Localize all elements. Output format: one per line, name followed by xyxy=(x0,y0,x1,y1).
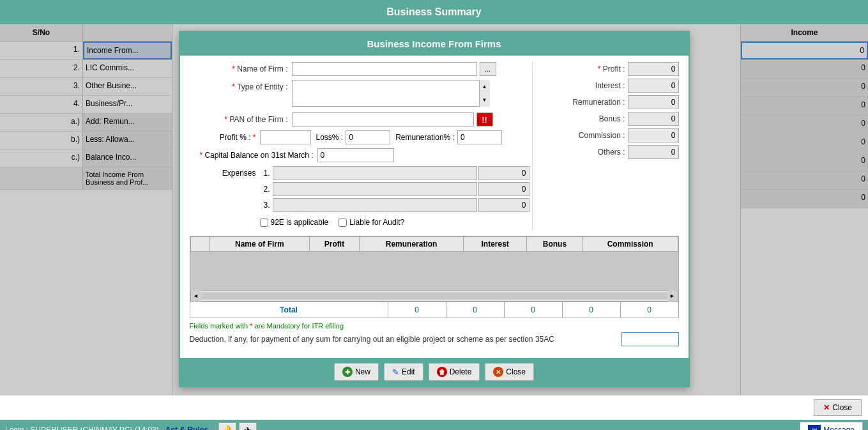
required-star: * xyxy=(232,82,237,91)
modal-header: Business Income From Firms xyxy=(180,32,689,56)
close-icon-main: ✕ xyxy=(823,403,830,412)
profit-field-label: * Profit : xyxy=(598,65,628,73)
total-profit: 0 xyxy=(388,302,446,318)
type-of-entity-label: * Type of Entity : xyxy=(190,80,292,91)
profit-pct-input[interactable] xyxy=(260,130,311,144)
expense-num: 3. xyxy=(260,201,273,210)
ellipsis-button[interactable]: ... xyxy=(480,62,496,76)
remuneration-pct-input[interactable] xyxy=(457,130,502,144)
expenses-section: Expenses 1. 2. xyxy=(190,166,529,214)
message-button[interactable]: ✉ Message xyxy=(800,422,863,430)
bottom-bar: ✕ Close xyxy=(0,395,868,420)
new-icon: ✚ xyxy=(342,367,353,377)
table-body-empty xyxy=(190,252,678,290)
status-icons: 🔔 ✈ xyxy=(218,422,257,430)
expense-text-1[interactable] xyxy=(273,166,477,180)
expense-val-2[interactable] xyxy=(478,182,529,196)
others-field-row: Others : xyxy=(539,145,679,159)
others-field-input[interactable] xyxy=(628,145,679,159)
scroll-right-button[interactable]: ► xyxy=(667,290,678,302)
modal-dialog: Business Income From Firms * Name of Fir… xyxy=(179,31,690,387)
name-of-firm-row: * Name of Firm : ... xyxy=(190,62,529,76)
remuneration-field-input[interactable] xyxy=(628,95,679,109)
delete-button[interactable]: 🗑 Delete xyxy=(429,363,480,381)
pan-row: * PAN of the Firm : ! xyxy=(190,112,529,127)
scroll-left-button[interactable]: ◄ xyxy=(191,290,201,302)
scroll-track xyxy=(201,292,667,300)
bonus-field-input[interactable] xyxy=(628,112,679,126)
total-remuneration: 0 xyxy=(446,302,505,318)
checkbox-92e-input[interactable] xyxy=(260,219,268,227)
required-star-note: * xyxy=(250,322,252,330)
col-commission: Commission xyxy=(582,237,678,252)
interest-field-input[interactable] xyxy=(628,79,679,93)
total-commission: 0 xyxy=(621,302,678,318)
capital-balance-input[interactable] xyxy=(317,148,394,162)
checkbox-audit-input[interactable] xyxy=(339,219,347,227)
message-icon: ✉ xyxy=(808,425,821,430)
table-header-row: Name of Firm Profit Remuneration Interes… xyxy=(190,237,678,252)
scroll-down-btn[interactable]: ▼ xyxy=(480,93,490,107)
col-bonus: Bonus xyxy=(526,237,582,252)
col-check xyxy=(190,237,209,252)
deduction-input[interactable] xyxy=(621,332,679,346)
scroll-up-btn[interactable]: ▲ xyxy=(480,80,490,93)
pan-input[interactable] xyxy=(292,112,474,127)
expense-row-3: 3. xyxy=(260,198,529,212)
col-profit: Profit xyxy=(310,237,359,252)
edit-icon: ✎ xyxy=(392,367,399,377)
loss-pct-input[interactable] xyxy=(346,130,390,144)
action-buttons: ✚ New ✎ Edit 🗑 Delete ✕ Close xyxy=(180,358,689,386)
app-title: Business Summary xyxy=(386,6,482,17)
left-form-section: * Name of Firm : ... * Type of Entity : xyxy=(190,62,529,231)
right-form-section: * Profit : Interest : Remuneration : xyxy=(532,62,679,231)
interest-field-label: Interest : xyxy=(595,81,628,90)
main-close-button[interactable]: ✕ Close xyxy=(814,399,862,416)
name-of-firm-input[interactable] xyxy=(292,62,477,76)
deduction-label: Deduction, if any, for payment of any su… xyxy=(190,335,621,344)
total-interest: 0 xyxy=(505,302,563,318)
checkbox-audit: Liable for Audit? xyxy=(339,218,404,227)
commission-field-row: Commission : xyxy=(539,128,679,142)
remuneration-pct-label: Remuneration% : xyxy=(395,133,457,142)
required-star: * xyxy=(253,133,256,142)
pan-validate-button[interactable]: ! xyxy=(476,112,493,127)
act-rules-link[interactable]: Act & Rules xyxy=(165,426,208,430)
bonus-field-row: Bonus : xyxy=(539,112,679,126)
new-button[interactable]: ✚ New xyxy=(334,363,379,381)
modal-title: Business Income From Firms xyxy=(367,38,501,49)
edit-button[interactable]: ✎ Edit xyxy=(384,363,423,381)
checkbox-row: 92E is applicable Liable for Audit? xyxy=(260,218,529,227)
expense-val-3[interactable] xyxy=(478,198,529,212)
expense-text-3[interactable] xyxy=(273,198,477,212)
profit-loss-row: Profit % : * Loss% : Remuneration% : xyxy=(190,130,529,144)
main-wrapper: S/No 1. Income From... 2. LIC Commis... … xyxy=(0,24,868,395)
expense-text-2[interactable] xyxy=(273,182,477,196)
commission-field-input[interactable] xyxy=(628,128,679,142)
total-bonus: 0 xyxy=(563,302,621,318)
col-interest: Interest xyxy=(464,237,526,252)
expense-num: 1. xyxy=(260,169,273,178)
close-button[interactable]: ✕ Close xyxy=(485,363,534,381)
delete-icon: 🗑 xyxy=(437,367,447,377)
type-of-entity-input[interactable] xyxy=(292,80,490,107)
remuneration-field-row: Remuneration : xyxy=(539,95,679,109)
scroll-arrows: ▲ ▼ xyxy=(479,80,490,107)
modal-body: * Name of Firm : ... * Type of Entity : xyxy=(180,56,689,358)
bonus-field-label: Bonus : xyxy=(599,114,628,123)
firm-table-section: Name of Firm Profit Remuneration Interes… xyxy=(190,236,679,302)
name-of-firm-label: * Name of Firm : xyxy=(190,65,292,73)
deduction-row: Deduction, if any, for payment of any su… xyxy=(190,332,679,346)
expense-val-1[interactable] xyxy=(478,166,529,180)
others-field-label: Others : xyxy=(598,148,628,157)
close-icon: ✕ xyxy=(493,367,503,377)
mandatory-note: Fields marked with * are Mandatory for I… xyxy=(190,322,679,330)
expense-num: 2. xyxy=(260,185,273,194)
status-icon-1: 🔔 xyxy=(218,422,236,430)
capital-balance-label: * Capital Balance on 31st March : xyxy=(190,151,317,160)
status-bar: Login : SUPERUSER (CHINMAY-PC) (14:03) A… xyxy=(0,420,868,430)
profit-field-input[interactable] xyxy=(628,62,679,76)
checkbox-92e: 92E is applicable xyxy=(260,218,329,227)
required-star: * xyxy=(232,65,237,73)
horizontal-scrollbar[interactable]: ◄ ► xyxy=(190,290,678,302)
